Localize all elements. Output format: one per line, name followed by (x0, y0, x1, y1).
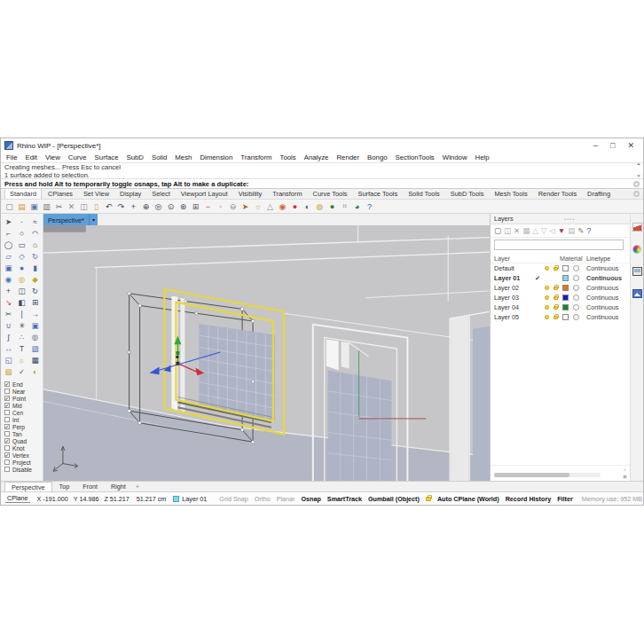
move-tool-icon[interactable]: + (2, 285, 15, 296)
new-layer-icon[interactable]: ▢ (494, 226, 501, 235)
osnap-knot[interactable]: Knot (4, 444, 43, 452)
layer-help-icon[interactable]: ? (586, 226, 591, 235)
osnap-checkbox-perp[interactable]: ✓ (4, 424, 10, 429)
text-tool-icon[interactable]: T (15, 342, 28, 354)
layer-row[interactable]: Layer 01✓Continuous (491, 273, 630, 283)
zoom-window-icon[interactable]: ◎ (153, 200, 164, 212)
layers-panel-header[interactable]: Layers •••• (491, 214, 630, 224)
osnap-near[interactable]: Near (4, 388, 43, 395)
revolve-tool-icon[interactable]: ↻ (28, 250, 42, 262)
viewport-tab-perspective[interactable]: Perspective (4, 482, 52, 491)
layer-color-swatch[interactable] (562, 314, 569, 320)
toolbar-tab-display[interactable]: Display (115, 189, 145, 199)
osnap-tool-icon[interactable]: ◎ (28, 331, 42, 342)
point-tool-icon[interactable]: · (15, 216, 28, 227)
osnap-end[interactable]: ✓End (4, 381, 43, 388)
lock-icon[interactable] (554, 287, 558, 290)
copy-tool-icon[interactable]: ◫ (15, 285, 28, 296)
display-monitor-tab-icon[interactable] (632, 267, 642, 276)
delete-layer-icon[interactable]: ✕ (514, 226, 520, 235)
layer-color-swatch[interactable] (562, 285, 569, 291)
lock-icon[interactable] (554, 316, 558, 319)
select-tool-icon[interactable]: ➤ (2, 216, 15, 227)
viewport-tab-right[interactable]: Right (105, 482, 132, 491)
material-circle-icon[interactable] (573, 285, 579, 291)
move-up-icon[interactable]: △ (532, 226, 538, 235)
toolbar-tab-visibility[interactable]: Visibility (234, 189, 267, 199)
layer-lock-cell[interactable] (551, 316, 560, 319)
layer-tools-icon[interactable]: ✎ (577, 226, 584, 235)
osnap-int[interactable]: Int (4, 416, 43, 423)
surface-tool-icon[interactable]: ▱ (2, 250, 15, 262)
material-circle-icon[interactable] (573, 275, 579, 281)
status-toggle-osnap[interactable]: Osnap (301, 495, 320, 503)
cylinder-tool-icon[interactable]: ▮ (28, 262, 42, 273)
lock-objects-icon[interactable]: ⊖ (227, 200, 239, 212)
command-options-icon[interactable] (633, 181, 640, 187)
osnap-checkbox-project[interactable] (4, 459, 10, 465)
menu-item-sectiontools[interactable]: SectionTools (396, 153, 435, 161)
layer-color-swatch[interactable] (562, 275, 569, 281)
osnap-vertex[interactable]: ✓Vertex (4, 452, 43, 459)
trim-tool-icon[interactable]: ✂ (2, 308, 15, 319)
save-icon[interactable]: ▣ (28, 200, 40, 212)
lock-icon[interactable] (554, 306, 558, 310)
sphere-tool-icon[interactable]: ● (15, 262, 28, 273)
hide-objects-icon[interactable]: − (202, 200, 214, 212)
material-circle-icon[interactable] (573, 265, 579, 271)
curve-tool-icon[interactable]: ≈ (28, 216, 42, 227)
osnap-disable[interactable]: Disable (4, 466, 43, 473)
osnap-cen[interactable]: Cen (4, 409, 43, 416)
bulb-icon[interactable] (545, 286, 549, 290)
layer-row[interactable]: DefaultContinuous (491, 263, 630, 273)
osnap-checkbox-disable[interactable] (4, 467, 10, 472)
status-toggle-filter[interactable]: Filter (557, 495, 573, 503)
ellipse-tool-icon[interactable]: ◯ (2, 239, 15, 250)
layer-color-cell[interactable] (560, 275, 570, 281)
panel-drag-handle[interactable]: •••• (564, 216, 575, 222)
pin-icon[interactable]: ⚬ (623, 467, 627, 473)
undo-icon[interactable]: ↶ (103, 200, 114, 212)
layer-color-swatch[interactable] (562, 295, 569, 301)
osnap-checkbox-mid[interactable]: ✓ (4, 403, 10, 408)
status-toggle-ortho[interactable]: Ortho (255, 495, 271, 503)
properties-tab-icon[interactable] (632, 223, 642, 232)
layer-material-cell[interactable] (570, 275, 581, 281)
bulb-icon[interactable] (545, 305, 549, 310)
menu-item-subd[interactable]: SubD (126, 153, 144, 161)
layer-linetype[interactable]: Continuous (581, 274, 626, 282)
menu-item-view[interactable]: View (45, 153, 60, 161)
polygon-tool-icon[interactable]: ⌂ (28, 239, 42, 250)
viewport-layout-icon[interactable]: ⊞ (190, 200, 201, 212)
viewport-canvas[interactable] (43, 225, 490, 481)
copy-icon[interactable]: ◫ (78, 200, 90, 212)
layer-color-cell[interactable] (560, 314, 570, 320)
material-ball-icon[interactable]: ◐ (302, 200, 313, 212)
link-icon[interactable]: ⌗ (339, 200, 350, 212)
help-icon[interactable]: ? (364, 200, 375, 212)
layer-visibility-cell[interactable] (542, 295, 551, 300)
osnap-point[interactable]: ✓Point (4, 395, 43, 402)
globe-icon[interactable]: ◕ (351, 200, 363, 212)
status-toggle-planar[interactable]: Planar (277, 495, 295, 503)
menu-item-edit[interactable]: Edit (26, 153, 37, 161)
osnap-checkbox-vertex[interactable]: ✓ (4, 452, 10, 458)
osnap-checkbox-quad[interactable]: ✓ (4, 438, 10, 444)
layer-material-cell[interactable] (570, 285, 581, 291)
command-history[interactable]: Creating meshes... Press Esc to cancel 1… (1, 163, 643, 179)
grid-tool-icon[interactable]: ▦ (28, 354, 42, 365)
cplane-button[interactable]: CPlane (5, 494, 30, 503)
osnap-checkbox-near[interactable] (4, 389, 10, 394)
layer-material-cell[interactable] (570, 304, 581, 310)
mirror-tool-icon[interactable]: ◧ (15, 296, 28, 308)
toolbar-tab-subd-tools[interactable]: SubD Tools (446, 189, 489, 199)
material-circle-icon[interactable] (573, 314, 579, 320)
menu-item-transform[interactable]: Transform (240, 153, 271, 161)
layer-color-cell[interactable] (560, 265, 570, 271)
layer-row[interactable]: Layer 04Continuous (491, 302, 630, 312)
earth-icon[interactable]: ● (326, 200, 338, 212)
osnap-checkbox-end[interactable]: ✓ (4, 381, 10, 387)
redo-icon[interactable]: ↷ (115, 200, 127, 212)
corner-surface-tool-icon[interactable]: ◇ (15, 250, 28, 262)
explode-tool-icon[interactable]: ✳ (15, 319, 28, 331)
